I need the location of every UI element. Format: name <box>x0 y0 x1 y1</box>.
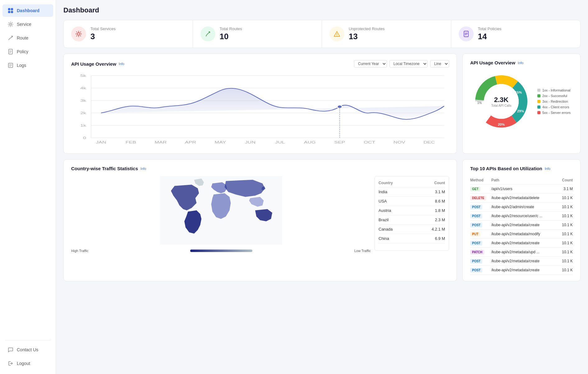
sidebar-item-logout[interactable]: Logout <box>2 357 53 370</box>
type-filter[interactable]: Line <box>430 60 449 68</box>
sidebar: Dashboard Service Route Policy Logs Cont… <box>0 0 56 374</box>
api-method-8: POST <box>470 257 491 266</box>
traffic-country-india: India <box>379 189 387 194</box>
api-table-row: POST /kube-api/v2/metadata/create 10.1 K <box>470 221 573 230</box>
donut-section: 20% 15% 29% 20% 1% 2.3K Total API Calls <box>470 70 573 133</box>
legend-label-4xx: 4xx - Client errors <box>542 105 569 109</box>
api-method-7: PATCH <box>470 248 491 257</box>
svg-point-4 <box>10 23 11 25</box>
map-card: Country-wise Traffic Statistics Info <box>63 159 457 281</box>
stat-total-policies: Total Policies 14 <box>451 20 581 48</box>
routes-icon-wrap <box>200 26 215 41</box>
services-info: Total Services 3 <box>90 26 116 41</box>
world-map-svg <box>71 176 371 245</box>
bottom-row: Country-wise Traffic Statistics Info <box>63 159 581 281</box>
policies-icon-wrap <box>459 26 474 41</box>
svg-text:SEP: SEP <box>334 140 345 144</box>
services-label: Total Services <box>90 26 116 31</box>
unprotected-label: Unprotected Routes <box>349 26 385 31</box>
svg-rect-3 <box>11 11 13 13</box>
sidebar-label-logs: Logs <box>17 63 26 68</box>
traffic-row-brazil: Brazil 2.3 M <box>379 215 445 225</box>
donut-chart-card: API Usage Overview Info <box>462 54 581 154</box>
svg-text:0: 0 <box>83 136 86 140</box>
api-table-row: POST /kube-api/v2/admin/create 10.1 K <box>470 203 573 212</box>
sidebar-label-service: Service <box>17 22 31 27</box>
svg-text:JAN: JAN <box>96 140 106 144</box>
line-chart-title-group: API Usage Overview Info <box>71 61 124 67</box>
svg-text:29%: 29% <box>517 109 524 113</box>
svg-text:2k: 2k <box>80 111 86 115</box>
api-col-path: Path <box>491 176 559 185</box>
api-table: Method Path Count GET /api/v1/users 3.1 … <box>470 176 573 275</box>
api-method-6: POST <box>470 239 491 248</box>
traffic-row-china: China 6.9 M <box>379 234 445 243</box>
stat-unprotected-routes: Unprotected Routes 13 <box>322 20 451 48</box>
map-title: Country-wise Traffic Statistics <box>71 166 138 171</box>
stat-total-routes: Total Routes 10 <box>193 20 322 48</box>
legend-dot-4xx <box>537 105 540 109</box>
map-info[interactable]: Info <box>140 167 146 171</box>
map-legend-low: Low Traffic <box>354 249 371 253</box>
sidebar-item-contact[interactable]: Contact Us <box>2 344 53 356</box>
routes-label: Total Routes <box>220 26 242 31</box>
sidebar-label-contact: Contact Us <box>17 347 38 352</box>
api-table-row: POST /kube-api/v2/metadata/create 10.1 K <box>470 266 573 275</box>
sidebar-item-logs[interactable]: Logs <box>2 59 53 72</box>
api-method-4: POST <box>470 221 491 230</box>
svg-text:DEC: DEC <box>423 140 435 144</box>
api-count-2: 10.1 K <box>558 203 573 212</box>
traffic-table-header: Country Count <box>379 179 445 187</box>
svg-rect-1 <box>11 8 13 10</box>
api-table-info[interactable]: Info <box>545 167 550 171</box>
service-icon <box>7 21 14 27</box>
donut-wrap: 20% 15% 29% 20% 1% 2.3K Total API Calls <box>470 70 532 133</box>
api-col-method: Method <box>470 176 491 185</box>
contact-icon <box>7 347 14 353</box>
sidebar-item-dashboard[interactable]: Dashboard <box>2 4 53 17</box>
api-table-thead: Method Path Count <box>470 176 573 185</box>
year-filter[interactable]: Current Year <box>354 60 387 68</box>
traffic-row-canada: Canada 4.2.1 M <box>379 225 445 234</box>
legend-1xx: 1xx - Informational <box>537 88 571 92</box>
api-table-row: PUT /kube-api/v2/metadata/modify 10.1 K <box>470 230 573 239</box>
svg-rect-2 <box>8 11 10 13</box>
legend-dot-5xx <box>537 111 540 114</box>
sidebar-item-route[interactable]: Route <box>2 32 53 44</box>
traffic-country-usa: USA <box>379 199 387 203</box>
traffic-count-usa: 8.6 M <box>435 199 445 203</box>
traffic-country-austria: Austria <box>379 208 391 213</box>
timezone-filter[interactable]: Local Timezone <box>389 60 428 68</box>
api-table-row: POST /kube-api/v2/metadata/create 10.1 K <box>470 239 573 248</box>
api-count-8: 10.1 K <box>558 257 573 266</box>
api-path-3: /kube-api/v2/resource/user/c ... <box>491 212 559 221</box>
api-method-1: DELETE <box>470 194 491 203</box>
svg-rect-0 <box>8 8 10 10</box>
api-title-group: Top 10 APIs Based on Utilization Info <box>470 166 550 171</box>
method-badge-0: GET <box>470 187 480 191</box>
donut-chart-info[interactable]: Info <box>518 61 523 65</box>
line-chart-info[interactable]: Info <box>119 62 124 66</box>
legend-label-1xx: 1xx - Informational <box>542 88 570 92</box>
method-badge-4: POST <box>470 223 482 227</box>
sidebar-label-route: Route <box>17 35 28 40</box>
api-table-body: GET /api/v1/users 3.1 M DELETE /kube-api… <box>470 185 573 275</box>
method-badge-2: POST <box>470 205 482 209</box>
method-badge-3: POST <box>470 214 482 218</box>
traffic-col-count: Count <box>434 181 445 185</box>
legend-label-3xx: 3xx - Redirection <box>542 100 568 103</box>
donut-chart-header: API Usage Overview Info <box>470 60 573 65</box>
svg-text:MAY: MAY <box>215 140 226 144</box>
api-path-2: /kube-api/v2/admin/create <box>491 203 559 212</box>
api-path-1: /kube-api/v2/metadata/delete <box>491 194 559 203</box>
svg-point-15 <box>337 35 337 36</box>
api-count-1: 10.1 K <box>558 194 573 203</box>
sidebar-item-policy[interactable]: Policy <box>2 45 53 58</box>
svg-text:4k: 4k <box>80 86 86 90</box>
traffic-table-container: Country Count India 3.1 M USA 8.6 M Aust… <box>374 176 449 251</box>
logout-icon <box>7 360 14 367</box>
donut-title-group: API Usage Overview Info <box>470 60 523 65</box>
svg-point-34 <box>337 105 342 108</box>
legend-label-2xx: 2xx - Successful <box>542 94 567 98</box>
sidebar-item-service[interactable]: Service <box>2 18 53 30</box>
